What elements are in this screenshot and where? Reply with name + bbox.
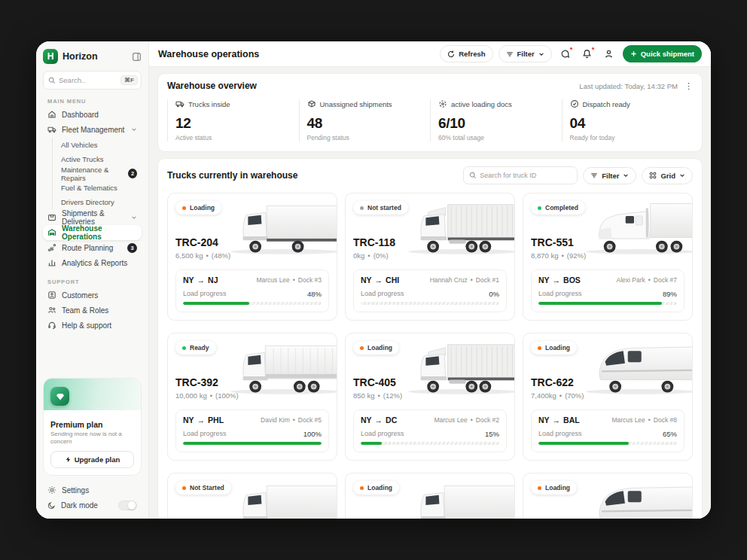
dot-separator: • — [206, 251, 208, 260]
chevron-down-icon[interactable] — [131, 215, 137, 221]
sidebar-subitem[interactable]: Drivers Directory — [53, 195, 142, 209]
stat-icon — [570, 99, 579, 108]
overview-title: Warehouse overview — [167, 81, 257, 91]
trucks-filter-button[interactable]: Filter — [583, 167, 636, 184]
sidebar-item-route-planning[interactable]: Route Planning 3 — [43, 240, 142, 255]
load-progress-value: 0% — [489, 290, 499, 298]
refresh-icon — [447, 50, 455, 58]
truck-card[interactable]: Not Started • → • — [167, 473, 337, 519]
route-arrow-icon: → — [375, 275, 383, 285]
truck-card[interactable]: Ready TRC-392 10,000 kg • (100%) NY → PH… — [167, 333, 337, 461]
notification-dot — [591, 47, 595, 50]
stat-sub: Ready for today — [570, 134, 694, 142]
upgrade-plan-button[interactable]: Upgrade plan — [50, 451, 134, 468]
truck-search-input[interactable]: Search for truck ID — [463, 166, 578, 184]
stat-sub: 60% total usage — [438, 134, 562, 142]
search-icon — [469, 172, 477, 179]
status-label: Loading — [545, 344, 570, 352]
stat-value: 04 — [570, 115, 694, 132]
chevron-down-icon[interactable] — [131, 126, 137, 132]
truck-route: NY → BOS — [538, 275, 581, 285]
stat-icon — [307, 99, 316, 108]
stat-label: Trucks inside — [188, 100, 230, 108]
dot-separator: • — [293, 416, 295, 424]
truck-card[interactable]: Loading TRC-622 7,400kg • (70%) NY → BAL… — [523, 333, 693, 461]
truck-card[interactable]: Loading TRC-204 6,500 kg • (48%) NY → NJ… — [167, 193, 337, 321]
status-label: Loading — [545, 484, 570, 492]
customer-icon — [47, 291, 56, 300]
truck-icon — [47, 125, 56, 134]
truck-card[interactable]: Completed TRC-551 8,870 kg • (92%) NY → … — [523, 193, 693, 321]
truck-id: TRC-118 — [353, 236, 507, 248]
truck-id: TRC-392 — [175, 376, 329, 388]
stat-sub: Active status — [175, 134, 299, 142]
truck-card[interactable]: Loading • → • — [523, 473, 693, 519]
truck-route: NY → NJ — [183, 275, 218, 285]
sidebar-item-help-support[interactable]: Help & support — [43, 318, 142, 333]
progress-fill — [183, 442, 322, 445]
truck-card[interactable]: Loading TRC-405 850 kg • (12%) NY → DC — [345, 333, 515, 461]
progress-fill — [361, 442, 382, 445]
quick-shipment-button[interactable]: Quick shipment — [623, 45, 702, 62]
shipments-icon — [47, 213, 56, 222]
messages-button[interactable] — [557, 46, 574, 62]
sidebar-item-settings[interactable]: Settings — [43, 482, 142, 498]
progress-bar — [361, 442, 499, 445]
truck-grid: Loading TRC-204 6,500 kg • (48%) NY → NJ… — [167, 193, 693, 519]
headset-icon — [47, 321, 56, 330]
progress-bar — [183, 442, 322, 445]
warehouse-icon — [47, 228, 56, 237]
chevron-down-icon — [623, 172, 629, 178]
notification-dot — [569, 47, 573, 50]
status-dot-icon — [182, 206, 186, 210]
truck-card[interactable]: Loading • → • — [345, 473, 515, 519]
truck-weight: 6,500 kg • (48%) — [175, 251, 329, 260]
search-placeholder: Search.. — [59, 76, 117, 84]
load-progress-label: Load progress — [183, 430, 227, 438]
sidebar-item-shipments-deliveries[interactable]: Shipments & Deliveries — [43, 210, 142, 225]
account-button[interactable] — [601, 46, 617, 62]
status-dot-icon — [182, 346, 186, 350]
dark-mode-toggle[interactable] — [118, 501, 137, 510]
lightning-icon — [65, 456, 72, 463]
sidebar-item-warehouse-operations[interactable]: Warehouse Operations — [43, 225, 142, 240]
status-label: Loading — [367, 484, 392, 492]
truck-card[interactable]: Not started TRC-118 0kg • (0%) NY → CHI — [345, 193, 515, 321]
sidebar-item-customers[interactable]: Customers — [43, 288, 142, 303]
grid-view-button[interactable]: Grid — [642, 167, 693, 184]
grid-icon — [649, 172, 657, 179]
sidebar-subitem[interactable]: Maintenance & Repairs 2 — [53, 166, 142, 181]
premium-plan-card: Premium plan Sending more now is not a c… — [43, 378, 142, 476]
status-dot-icon — [538, 486, 541, 490]
sidebar-item-team-roles[interactable]: Team & Roles — [43, 303, 142, 318]
notifications-button[interactable] — [579, 46, 596, 62]
sidebar-subitem[interactable]: All Vehicles — [53, 138, 142, 152]
main-panel: Warehouse operations Refresh Filter — [149, 41, 711, 519]
truck-info-panel: NY → CHI Hannah Cruz • Dock #1 Load prog… — [353, 269, 507, 312]
status-label: Ready — [190, 344, 209, 352]
collapse-sidebar-icon[interactable] — [132, 52, 142, 62]
status-badge: Not started — [353, 201, 408, 215]
search-icon — [48, 77, 56, 84]
horizon-logo-icon: H — [43, 49, 58, 64]
filter-button[interactable]: Filter — [499, 45, 552, 62]
progress-bar — [183, 302, 322, 305]
dot-separator: • — [210, 391, 212, 400]
sidebar-search-input[interactable]: Search.. ⌘F — [43, 71, 142, 90]
load-progress-label: Load progress — [538, 290, 582, 298]
sidebar-item-fleet-management[interactable]: Fleet Management — [43, 122, 142, 137]
sidebar-item-analytics-reports[interactable]: Analytics & Reports — [43, 255, 142, 270]
truck-image — [577, 477, 693, 519]
truck-weight: 10,000 kg • (100%) — [175, 391, 329, 400]
sidebar-item-dashboard[interactable]: Dashboard — [43, 107, 142, 122]
truck-info-panel: NY → PHL David Kim • Dock #5 Load progre… — [175, 409, 329, 452]
dot-separator: • — [471, 276, 473, 284]
load-progress-label: Load progress — [538, 430, 582, 438]
sidebar-subitem[interactable]: Fuel & Telematics — [53, 181, 142, 195]
dot-separator: • — [648, 276, 651, 284]
stat-value: 48 — [307, 115, 431, 132]
content-area: Warehouse overview Last updated: Today, … — [149, 67, 711, 519]
refresh-button[interactable]: Refresh — [440, 45, 492, 62]
sidebar-subitem[interactable]: Active Trucks — [53, 152, 142, 166]
kebab-menu-icon[interactable]: ⋮ — [684, 82, 693, 90]
